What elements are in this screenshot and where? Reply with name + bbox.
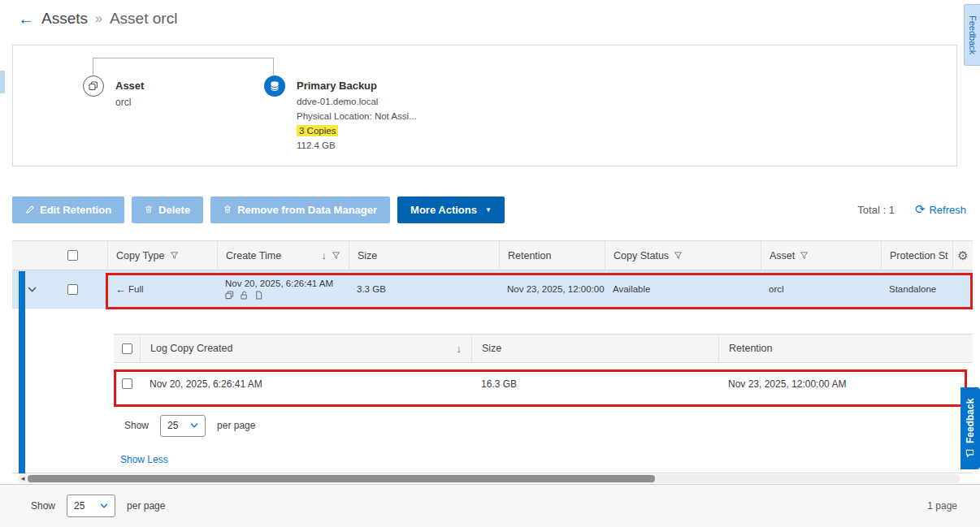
copies-table-header: Copy Type Create Time ↓ Size Retention C… [12,240,973,270]
actions-toolbar: Edit Retention Delete Remove from Data M… [12,196,968,223]
copy-type-value: Full [128,284,144,294]
scrollbar-thumb[interactable] [28,475,655,482]
column-header-asset[interactable]: Asset [761,241,881,270]
column-header-create-time[interactable]: Create Time ↓ [217,241,349,270]
asset-node: Asset orcl [83,76,144,108]
unlock-icon[interactable] [240,291,249,300]
breadcrumb-assets-link[interactable]: Assets [41,10,88,28]
more-actions-button[interactable]: More Actions ▼ [397,197,505,223]
column-header-log-size[interactable]: Size [471,335,718,362]
per-page-label: per page [217,420,255,431]
trash-icon [223,205,232,214]
protection-storage-value: Standalone [881,270,952,308]
log-copies-header: Log Copy Created ↓ Size Retention [114,334,973,363]
edit-retention-button[interactable]: Edit Retention [12,197,124,223]
primary-backup-node: Primary Backup ddve-01.demo.local Physic… [264,76,417,150]
back-arrow-icon[interactable]: ← [18,10,34,28]
refresh-button[interactable]: ⟳ Refresh [915,202,966,217]
annotation-arrow-icon: ← [115,283,126,296]
nested-page-size-select[interactable]: 25 [160,415,206,437]
database-icon [264,76,285,97]
show-less-link[interactable]: Show Less [120,454,168,465]
left-edge-accent [0,71,5,93]
filter-icon[interactable] [674,251,683,260]
copy-row[interactable]: ← Full Nov 20, 2025, 6:26:41 AM 3.3 GB N… [12,270,973,309]
filter-icon[interactable] [800,251,809,260]
chevron-down-icon[interactable] [28,287,37,292]
copies-count: 3 Copies [297,125,338,136]
column-header-retention[interactable]: Retention [499,241,605,270]
per-page-label: per page [127,500,165,512]
asset-value: orcl [761,270,881,308]
log-retention-value: Nov 23, 2025, 12:00:00 AM [718,363,973,404]
breadcrumb: ← Assets » Asset orcl [0,0,177,37]
log-created-value: Nov 20, 2025, 6:26:41 AM [140,363,471,404]
breadcrumb-separator: » [95,11,102,26]
log-copy-row[interactable]: Nov 20, 2025, 6:26:41 AM 16.3 GB Nov 23,… [114,363,973,405]
backup-location: Physical Location: Not Assi... [297,111,417,121]
sort-down-icon[interactable]: ↓ [322,249,327,261]
feedback-tab[interactable]: Feedback [960,387,980,469]
show-label: Show [31,500,55,512]
scroll-left-icon[interactable]: ◄ [20,474,26,483]
column-header-protection-storage[interactable]: Protection St [881,241,952,270]
column-header-size[interactable]: Size [349,241,499,270]
backup-node-title: Primary Backup [297,76,417,92]
refresh-label: Refresh [929,204,966,216]
chevron-down-icon [100,503,108,508]
connector-line [93,58,274,75]
expanded-detail: Log Copy Created ↓ Size Retention Nov 20… [12,309,973,473]
page-title: Asset orcl [110,10,177,28]
gear-icon[interactable]: ⚙ [957,248,968,263]
sort-down-icon[interactable]: ↓ [457,343,462,355]
more-actions-label: More Actions [410,204,477,216]
retention-value: Nov 23, 2025, 12:00:00 AM [499,270,605,308]
asset-node-title: Asset [115,76,144,92]
file-icon[interactable] [254,291,263,300]
total-count: Total : 1 [857,204,895,216]
select-all-checkbox[interactable] [67,250,78,261]
trash-icon [145,205,153,214]
delete-button[interactable]: Delete [132,197,203,223]
size-value: 3.3 GB [349,270,499,308]
asset-topology-panel: Asset orcl Primary Backup ddve-01.demo.l… [12,45,957,166]
expander-column-header [12,241,38,270]
remove-label: Remove from Data Manager [237,204,377,216]
selected-row-indicator [19,271,25,473]
copy-icon[interactable] [225,291,234,300]
page-count: 1 page [927,500,957,512]
caret-down-icon: ▼ [485,206,492,214]
log-row-checkbox[interactable] [122,378,132,389]
feedback-tab-top[interactable]: Feedback [964,4,980,66]
remove-from-data-manager-button[interactable]: Remove from Data Manager [210,197,390,223]
pagination-footer: Show 25 per page 1 page [0,484,980,527]
nested-pagination: Show 25 per page [114,405,973,446]
edit-retention-label: Edit Retention [40,204,111,216]
delete-label: Delete [158,204,190,216]
column-header-copy-type[interactable]: Copy Type [107,241,217,270]
backup-size: 112.4 GB [297,140,417,150]
column-settings[interactable]: ⚙ [952,241,973,270]
horizontal-scrollbar[interactable]: ◄ [18,474,960,483]
refresh-icon: ⟳ [915,202,926,217]
show-label: Show [124,420,149,431]
copy-status-value: Available [605,270,761,308]
filter-icon[interactable] [332,251,340,260]
column-header-copy-status[interactable]: Copy Status [605,241,761,270]
feedback-bubble-icon [966,449,975,458]
log-size-value: 16.3 GB [471,363,718,404]
column-header-log-copy-created[interactable]: Log Copy Created ↓ [140,335,471,362]
asset-copy-icon [83,76,104,97]
log-copies-table: Log Copy Created ↓ Size Retention Nov 20… [114,334,973,446]
filter-icon[interactable] [170,251,179,260]
row-checkbox[interactable] [67,284,78,295]
edit-icon [25,205,34,214]
column-header-log-retention[interactable]: Retention [718,335,973,362]
create-time-value: Nov 20, 2025, 6:26:41 AM [225,279,333,288]
backup-host: ddve-01.demo.local [297,97,417,106]
page-size-select[interactable]: 25 [67,495,115,517]
chevron-down-icon [190,423,198,428]
nested-select-all-checkbox[interactable] [122,343,132,354]
asset-node-name: orcl [115,97,144,108]
